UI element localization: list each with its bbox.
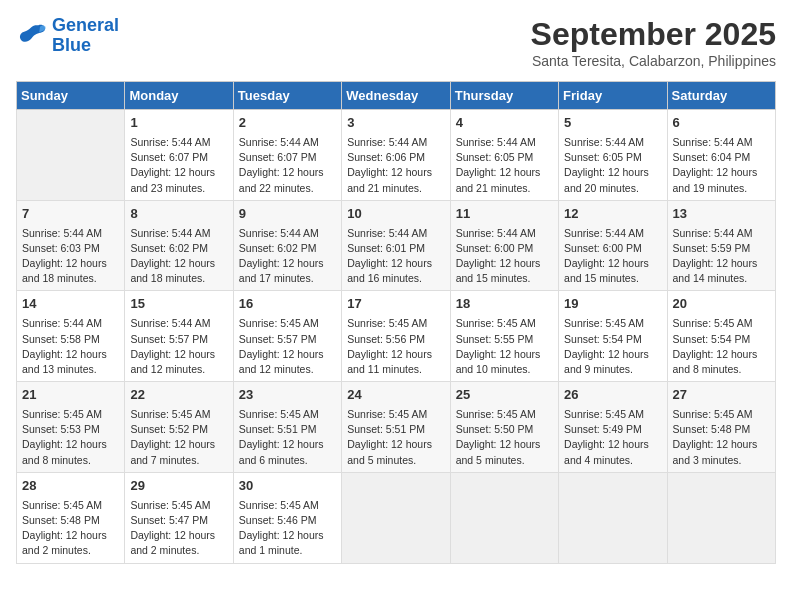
calendar-cell: 30Sunrise: 5:45 AMSunset: 5:46 PMDayligh… (233, 472, 341, 563)
cell-info: Sunrise: 5:45 AM (673, 316, 770, 331)
calendar-cell: 27Sunrise: 5:45 AMSunset: 5:48 PMDayligh… (667, 382, 775, 473)
calendar-cell: 16Sunrise: 5:45 AMSunset: 5:57 PMDayligh… (233, 291, 341, 382)
cell-info: Sunset: 6:01 PM (347, 241, 444, 256)
cell-info: and 14 minutes. (673, 271, 770, 286)
cell-info: Daylight: 12 hours (456, 256, 553, 271)
cell-info: Sunrise: 5:44 AM (456, 226, 553, 241)
cell-info: Daylight: 12 hours (347, 165, 444, 180)
location-subtitle: Santa Teresita, Calabarzon, Philippines (531, 53, 776, 69)
day-number: 7 (22, 205, 119, 224)
cell-info: and 19 minutes. (673, 181, 770, 196)
month-title: September 2025 (531, 16, 776, 53)
cell-info: Sunset: 6:00 PM (456, 241, 553, 256)
cell-info: Sunrise: 5:44 AM (239, 135, 336, 150)
cell-info: Daylight: 12 hours (22, 437, 119, 452)
cell-info: Sunrise: 5:44 AM (22, 226, 119, 241)
cell-info: Sunset: 5:50 PM (456, 422, 553, 437)
cell-info: and 5 minutes. (347, 453, 444, 468)
cell-info: Daylight: 12 hours (564, 437, 661, 452)
logo-text-general: General (52, 16, 119, 36)
cell-info: and 5 minutes. (456, 453, 553, 468)
logo: General Blue (16, 16, 119, 56)
cell-info: Sunrise: 5:45 AM (22, 498, 119, 513)
cell-info: Daylight: 12 hours (456, 437, 553, 452)
cell-info: Daylight: 12 hours (564, 165, 661, 180)
cell-info: Sunrise: 5:44 AM (347, 135, 444, 150)
cell-info: Daylight: 12 hours (456, 347, 553, 362)
calendar-cell: 10Sunrise: 5:44 AMSunset: 6:01 PMDayligh… (342, 200, 450, 291)
cell-info: Daylight: 12 hours (22, 256, 119, 271)
cell-info: Sunset: 5:56 PM (347, 332, 444, 347)
calendar-cell: 28Sunrise: 5:45 AMSunset: 5:48 PMDayligh… (17, 472, 125, 563)
calendar-cell: 23Sunrise: 5:45 AMSunset: 5:51 PMDayligh… (233, 382, 341, 473)
cell-info: Sunset: 5:47 PM (130, 513, 227, 528)
cell-info: and 17 minutes. (239, 271, 336, 286)
cell-info: Sunset: 5:48 PM (673, 422, 770, 437)
day-number: 16 (239, 295, 336, 314)
cell-info: Sunrise: 5:45 AM (456, 407, 553, 422)
cell-info: Sunset: 6:05 PM (456, 150, 553, 165)
calendar-cell: 17Sunrise: 5:45 AMSunset: 5:56 PMDayligh… (342, 291, 450, 382)
day-number: 14 (22, 295, 119, 314)
day-number: 26 (564, 386, 661, 405)
cell-info: and 23 minutes. (130, 181, 227, 196)
day-number: 17 (347, 295, 444, 314)
calendar-cell: 8Sunrise: 5:44 AMSunset: 6:02 PMDaylight… (125, 200, 233, 291)
calendar-cell: 14Sunrise: 5:44 AMSunset: 5:58 PMDayligh… (17, 291, 125, 382)
calendar-cell (450, 472, 558, 563)
calendar-cell: 21Sunrise: 5:45 AMSunset: 5:53 PMDayligh… (17, 382, 125, 473)
header-wednesday: Wednesday (342, 82, 450, 110)
cell-info: and 3 minutes. (673, 453, 770, 468)
cell-info: and 2 minutes. (130, 543, 227, 558)
calendar-cell: 3Sunrise: 5:44 AMSunset: 6:06 PMDaylight… (342, 110, 450, 201)
day-number: 18 (456, 295, 553, 314)
cell-info: and 15 minutes. (564, 271, 661, 286)
calendar-cell: 22Sunrise: 5:45 AMSunset: 5:52 PMDayligh… (125, 382, 233, 473)
cell-info: Daylight: 12 hours (564, 256, 661, 271)
calendar-cell (559, 472, 667, 563)
cell-info: Sunrise: 5:44 AM (456, 135, 553, 150)
cell-info: Sunrise: 5:45 AM (347, 407, 444, 422)
cell-info: Sunrise: 5:45 AM (564, 407, 661, 422)
day-number: 10 (347, 205, 444, 224)
cell-info: Sunset: 6:07 PM (239, 150, 336, 165)
cell-info: Daylight: 12 hours (22, 528, 119, 543)
cell-info: and 2 minutes. (22, 543, 119, 558)
cell-info: Sunrise: 5:45 AM (456, 316, 553, 331)
title-block: September 2025 Santa Teresita, Calabarzo… (531, 16, 776, 69)
day-number: 25 (456, 386, 553, 405)
cell-info: Sunrise: 5:45 AM (347, 316, 444, 331)
calendar-week-row: 14Sunrise: 5:44 AMSunset: 5:58 PMDayligh… (17, 291, 776, 382)
cell-info: Sunset: 5:46 PM (239, 513, 336, 528)
calendar-cell: 25Sunrise: 5:45 AMSunset: 5:50 PMDayligh… (450, 382, 558, 473)
cell-info: Daylight: 12 hours (130, 256, 227, 271)
cell-info: Sunset: 6:06 PM (347, 150, 444, 165)
logo-icon (16, 22, 48, 50)
header-tuesday: Tuesday (233, 82, 341, 110)
calendar-cell (17, 110, 125, 201)
cell-info: Sunrise: 5:45 AM (239, 498, 336, 513)
header-sunday: Sunday (17, 82, 125, 110)
cell-info: Sunrise: 5:44 AM (564, 135, 661, 150)
day-number: 21 (22, 386, 119, 405)
calendar-cell: 1Sunrise: 5:44 AMSunset: 6:07 PMDaylight… (125, 110, 233, 201)
calendar-cell: 2Sunrise: 5:44 AMSunset: 6:07 PMDaylight… (233, 110, 341, 201)
cell-info: and 18 minutes. (22, 271, 119, 286)
cell-info: Sunrise: 5:44 AM (130, 226, 227, 241)
cell-info: Daylight: 12 hours (673, 347, 770, 362)
cell-info: Sunset: 5:57 PM (130, 332, 227, 347)
cell-info: Sunrise: 5:44 AM (130, 316, 227, 331)
cell-info: Sunset: 6:03 PM (22, 241, 119, 256)
cell-info: and 4 minutes. (564, 453, 661, 468)
cell-info: and 6 minutes. (239, 453, 336, 468)
day-number: 2 (239, 114, 336, 133)
cell-info: Sunrise: 5:45 AM (22, 407, 119, 422)
cell-info: Daylight: 12 hours (673, 437, 770, 452)
cell-info: and 8 minutes. (22, 453, 119, 468)
day-number: 19 (564, 295, 661, 314)
calendar-week-row: 7Sunrise: 5:44 AMSunset: 6:03 PMDaylight… (17, 200, 776, 291)
day-number: 12 (564, 205, 661, 224)
day-number: 11 (456, 205, 553, 224)
day-number: 28 (22, 477, 119, 496)
day-number: 30 (239, 477, 336, 496)
